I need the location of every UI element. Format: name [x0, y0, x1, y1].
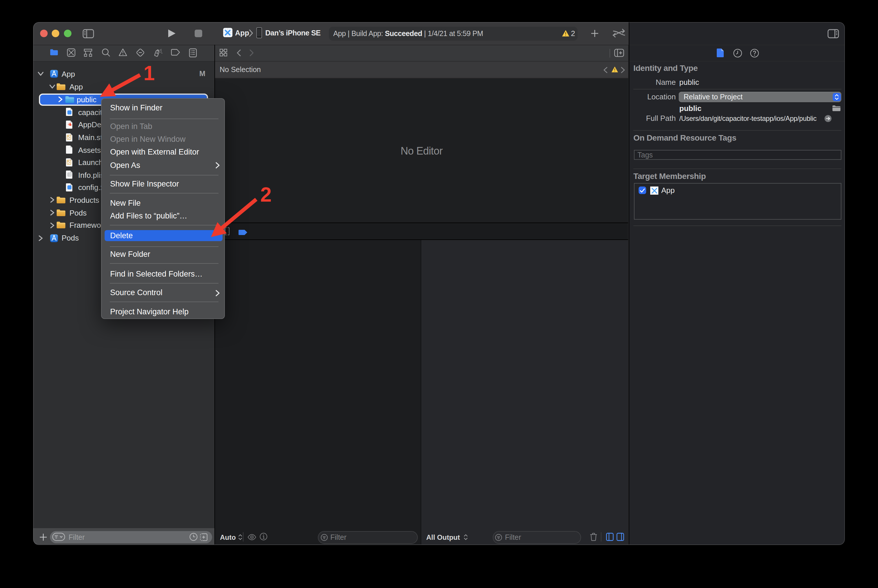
- svg-text:1: 1: [144, 62, 155, 84]
- svg-text:2: 2: [260, 183, 272, 206]
